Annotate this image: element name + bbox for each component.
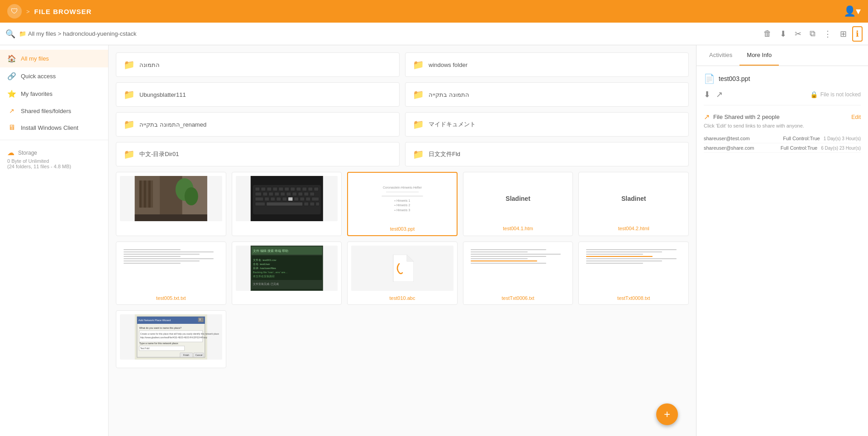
sidebar-item-install-windows[interactable]: 🖥 Install Windows Client [0, 119, 108, 136]
tab-activities[interactable]: Activities [702, 45, 739, 66]
folder-item[interactable]: 📁 windows folder [405, 52, 689, 77]
share-icon: ↗ [7, 107, 16, 114]
lock-info: 🔒 File is not locked [810, 91, 861, 98]
sidebar-item-quick-access[interactable]: 🔗 Quick access [0, 67, 108, 85]
svg-text:Backing file '/var/...env' are: Backing file '/var/...env' are... [253, 271, 287, 274]
svg-rect-17 [278, 187, 283, 191]
folder-item[interactable]: 📁 התמונה בתקייה_renamed [116, 112, 400, 137]
svg-rect-35 [264, 197, 269, 201]
sidebar-item-my-favorites[interactable]: ⭐ My favorites [0, 85, 108, 103]
ppt-file-icon: 📄 [704, 73, 715, 84]
file-item-test004-1[interactable]: Sladinet test004.1.htm [463, 172, 573, 236]
folder-item[interactable]: 📁 中文-目录Dir01 [116, 142, 400, 166]
file-info-header: 📄 test003.ppt [704, 73, 861, 84]
share-row-1: shareuser@test.com Full Control:True 1 D… [704, 134, 861, 143]
svg-text:Test Fold: Test Fold [140, 347, 150, 350]
info-panel-button[interactable]: ℹ [852, 26, 863, 42]
toolbar: 🔍 📁 All my files > hadroncloud-yuening-c… [0, 23, 868, 45]
share-file-icon[interactable]: ↗ [716, 90, 723, 100]
download-button[interactable]: ⬇ [777, 27, 789, 41]
svg-rect-6 [146, 180, 148, 208]
grid-view-button[interactable]: ⊞ [837, 27, 849, 41]
main-layout: 🏠 All my files 🔗 Quick access ⭐ My favor… [0, 45, 868, 436]
storage-label: Storage [18, 150, 37, 156]
folder-item[interactable]: 📁 マイドキュメント [405, 112, 689, 137]
svg-point-9 [185, 187, 198, 205]
svg-rect-36 [270, 197, 275, 201]
more-options-button[interactable]: ⋮ [821, 27, 835, 41]
sidebar-item-all-my-files[interactable]: 🏠 All my files [0, 50, 108, 67]
lock-status: File is not locked [820, 91, 861, 98]
svg-rect-42 [305, 197, 310, 201]
download-file-icon[interactable]: ⬇ [704, 90, 711, 100]
folder-item[interactable]: 📁 Ubungsblatter111 [116, 82, 400, 107]
svg-text:X: X [199, 318, 201, 321]
svg-rect-33 [310, 192, 314, 196]
file-item-test005[interactable]: test005.txt.txt [116, 242, 226, 305]
folder-item[interactable]: 📁 התמונה בתקייה [405, 82, 689, 107]
svg-rect-14 [261, 187, 265, 191]
file-name-test003: test003.ppt [390, 226, 415, 232]
right-panel-tabs: Activities More Info [696, 45, 868, 66]
share-edit-link[interactable]: Edit [851, 114, 861, 120]
app-title: FILE BROWSER [34, 8, 92, 15]
file-info-name: test003.ppt [719, 75, 750, 82]
header-right: 👤▾ [844, 5, 861, 17]
file-actions-row: ⬇ ↗ 🔒 File is not locked [704, 90, 861, 105]
file-item-testtxt0006[interactable]: testTxt0006.txt [463, 242, 573, 305]
svg-rect-13 [255, 187, 259, 191]
user-menu-icon[interactable]: 👤▾ [844, 5, 861, 17]
file-item-img1[interactable] [116, 172, 226, 236]
folder-icon: 📁 [413, 119, 424, 130]
right-panel-body: 📄 test003.ppt ⬇ ↗ 🔒 File is not locked ↗… [696, 66, 868, 436]
file-item-test004-2[interactable]: Sladinet test004.2.html [578, 172, 689, 236]
svg-rect-27 [274, 192, 279, 196]
svg-rect-5 [142, 180, 144, 208]
cut-button[interactable]: ✂ [792, 27, 804, 41]
file-item-testtxt0008[interactable]: testTxt0008.txt [578, 242, 689, 305]
svg-rect-20 [296, 187, 300, 191]
folder-icon: 📁 [413, 89, 424, 100]
sidebar-item-label: My favorites [21, 90, 52, 97]
folder-icon: 📁 [124, 119, 135, 130]
file-item-img4[interactable]: Add Network Place Wizard X What do you w… [116, 310, 226, 368]
sidebar-item-shared-files[interactable]: ↗ Shared files/folders [0, 103, 108, 119]
storage-count: (24 folders, 11 files - 4.8 MB) [7, 164, 101, 169]
file-thumbnail-testtxt0006 [467, 246, 569, 291]
file-item-test003[interactable]: Coronastein-Hinweis-Hefter —————————————… [347, 172, 458, 236]
file-name-test005: test005.txt.txt [156, 295, 186, 301]
svg-rect-49 [315, 202, 319, 206]
search-icon[interactable]: 🔍 [5, 29, 15, 39]
toolbar-actions: 🗑 ⬇ ✂ ⧉ ⋮ ⊞ ℹ [761, 26, 863, 42]
folder-name: 中文-目录Dir01 [139, 150, 179, 158]
folder-item[interactable]: 📁 日文文件Fld [405, 142, 689, 166]
folder-row-4: 📁 中文-目录Dir01 📁 日文文件Fld [116, 142, 689, 166]
svg-rect-37 [276, 197, 281, 201]
file-name-testtxt0006: testTxt0006.txt [502, 295, 534, 301]
svg-text:http://www.gladinet.com/testFi: http://www.gladinet.com/testFile/#GE-4E0… [140, 336, 207, 339]
share-email-1: shareuser@test.com [704, 136, 779, 141]
file-grid-row-1: Coronastein-Hinweis-Hefter —————————————… [116, 172, 689, 236]
svg-text:Add Network Place Wizard: Add Network Place Wizard [138, 319, 171, 322]
file-item-img2[interactable] [232, 172, 342, 236]
file-item-img3[interactable]: 文件 编辑 搜索 终端 帮助 文件名: test001.csv 全名: test… [232, 242, 342, 305]
file-item-test010[interactable]: test010.abc [347, 242, 458, 305]
svg-rect-26 [268, 192, 273, 196]
folder-name: התמונה בתקייה_renamed [139, 121, 206, 128]
delete-button[interactable]: 🗑 [761, 27, 774, 40]
folder-item[interactable]: 📁 התמונה [116, 52, 400, 77]
folder-icon: 📁 [124, 149, 135, 160]
svg-rect-23 [314, 187, 318, 191]
file-thumbnail-test010 [351, 246, 453, 291]
file-thumbnail-test004-1: Sladinet [467, 176, 569, 221]
fab-add-button[interactable]: + [656, 403, 678, 425]
share-time-1: 1 Day(s) 3 Hour(s) [824, 136, 861, 141]
copy-button[interactable]: ⧉ [807, 27, 818, 40]
svg-rect-16 [272, 187, 277, 191]
share-title: File Shared with 2 people [713, 114, 780, 120]
svg-rect-31 [298, 192, 302, 196]
tab-more-info[interactable]: More Info [739, 45, 779, 66]
breadcrumb-path: 📁 All my files > hadroncloud-yuening-cst… [19, 30, 757, 37]
svg-rect-32 [304, 192, 308, 196]
svg-text:Finish: Finish [183, 354, 190, 356]
